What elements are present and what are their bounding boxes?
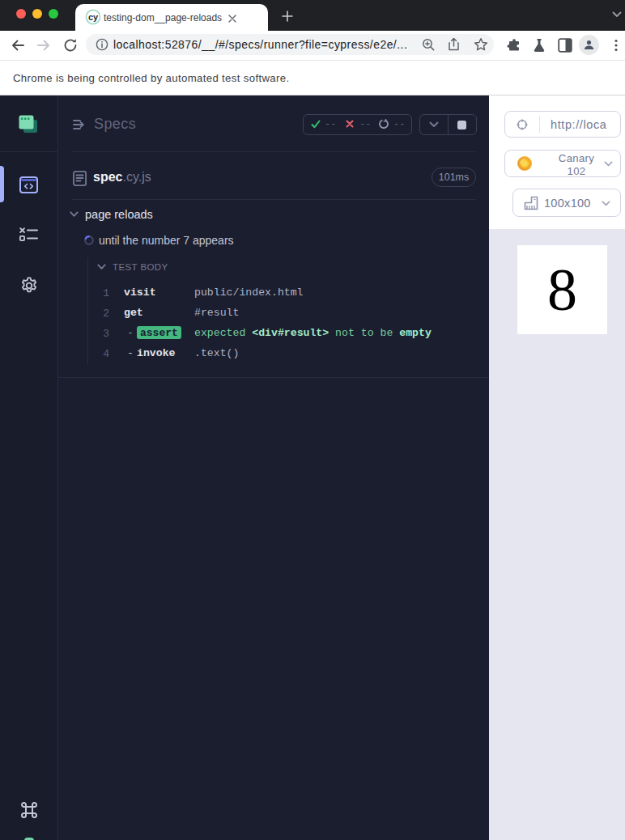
svg-text:cy: cy <box>88 12 99 22</box>
